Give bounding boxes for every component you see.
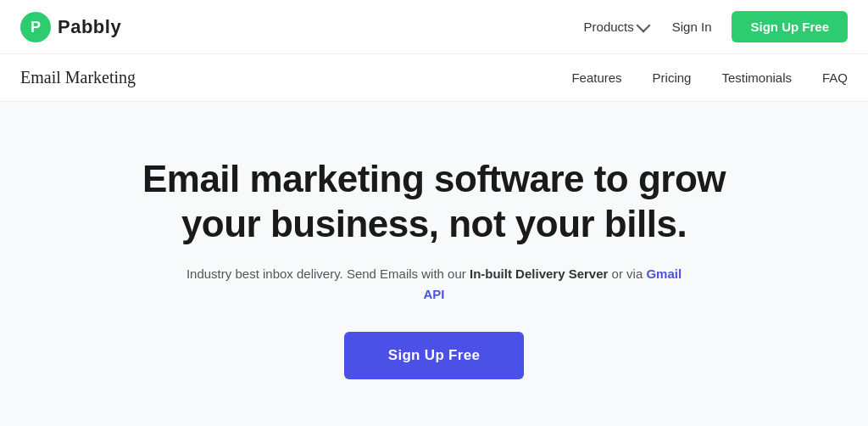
products-dropdown-button[interactable]: Products [581,14,652,39]
hero-subtext-middle: or via [608,266,646,281]
products-label: Products [584,20,634,34]
logo-text: Pabbly [58,16,121,38]
sub-nav-links: Features Pricing Testimonials FAQ [571,70,848,85]
hero-headline: Email marketing software to grow your bu… [103,157,765,247]
hero-subtext-before: Industry best inbox delivery. Send Email… [186,266,470,281]
nav-link-features[interactable]: Features [571,70,621,85]
svg-text:P: P [31,19,41,36]
hero-subtext-bold: In-built Delivery Server [470,266,608,281]
top-nav-right: Products Sign In Sign Up Free [581,11,848,42]
top-navigation: P Pabbly Products Sign In Sign Up Free [0,0,868,54]
sign-up-free-button-cta[interactable]: Sign Up Free [344,332,524,379]
email-marketing-title: Email Marketing [20,68,136,87]
pabbly-logo-icon: P [20,12,51,42]
chevron-down-icon [636,18,650,32]
nav-link-pricing[interactable]: Pricing [653,70,692,85]
sign-in-button[interactable]: Sign In [665,14,719,39]
hero-subtext: Industry best inbox delivery. Send Email… [180,264,688,305]
logo-area[interactable]: P Pabbly [20,12,121,42]
nav-link-testimonials[interactable]: Testimonials [721,70,792,85]
sign-up-free-button-top[interactable]: Sign Up Free [732,11,848,42]
nav-link-faq[interactable]: FAQ [822,70,848,85]
hero-section: Email marketing software to grow your bu… [0,102,868,426]
sub-navigation: Email Marketing Features Pricing Testimo… [0,54,868,102]
